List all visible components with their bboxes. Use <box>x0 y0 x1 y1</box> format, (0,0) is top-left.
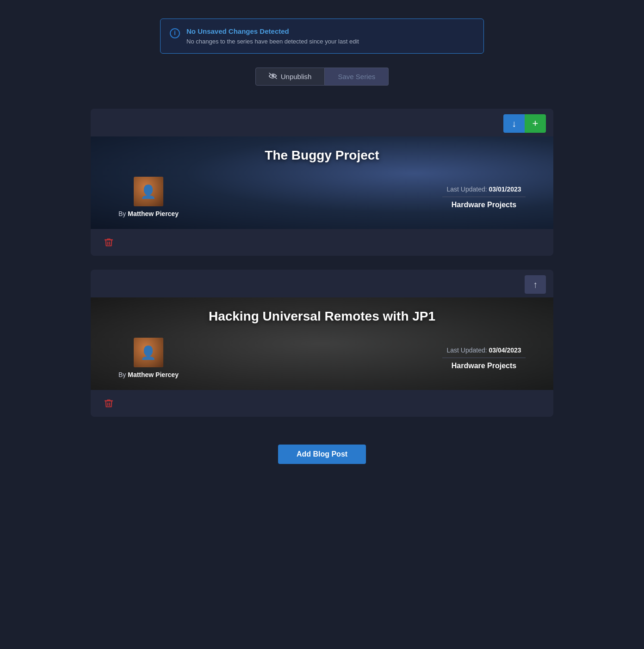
arrow-up-icon <box>533 279 538 290</box>
move-up-button-2[interactable] <box>525 275 546 294</box>
author-name-2: By Matthew Piercey <box>118 371 179 378</box>
unpublish-label: Unpublish <box>281 73 312 80</box>
author-section-1: By Matthew Piercey <box>118 177 179 217</box>
trash-icon-2 <box>104 398 114 408</box>
project-card-2: Hacking Universal Remotes with JP1 By Ma… <box>91 270 553 417</box>
plus-icon <box>533 117 539 130</box>
divider-1 <box>442 197 526 197</box>
author-name-1: By Matthew Piercey <box>118 210 179 217</box>
card-image-content-1: The Buggy Project By Matthew Piercey Las… <box>91 136 553 229</box>
add-post-button-1[interactable] <box>525 114 546 133</box>
delete-button-1[interactable] <box>100 235 118 249</box>
card-image-2: Hacking Universal Remotes with JP1 By Ma… <box>91 297 553 390</box>
trash-icon-1 <box>104 237 114 247</box>
category-tag-1: Hardware Projects <box>442 201 526 209</box>
card-meta-2: By Matthew Piercey Last Updated: 03/04/2… <box>100 338 544 378</box>
alert-box: No Unsaved Changes Detected No changes t… <box>160 19 484 54</box>
last-updated-2: Last Updated: 03/04/2023 <box>442 346 526 354</box>
arrow-down-icon <box>512 118 516 129</box>
last-updated-1: Last Updated: 03/01/2023 <box>442 185 526 193</box>
card-title-2: Hacking Universal Remotes with JP1 <box>209 309 435 324</box>
delete-row-2 <box>91 390 553 417</box>
divider-2 <box>442 358 526 358</box>
page-container: No Unsaved Changes Detected No changes t… <box>79 19 565 464</box>
add-blog-post-button[interactable]: Add Blog Post <box>278 445 366 464</box>
alert-description: No changes to the series have been detec… <box>186 38 359 45</box>
card-meta-1: By Matthew Piercey Last Updated: 03/01/2… <box>100 177 544 217</box>
card-controls-2 <box>91 270 553 297</box>
save-series-button[interactable]: Save Series <box>325 68 389 86</box>
eye-slash-icon <box>269 73 277 80</box>
card-image-content-2: Hacking Universal Remotes with JP1 By Ma… <box>91 297 553 390</box>
project-card-1: The Buggy Project By Matthew Piercey Las… <box>91 109 553 256</box>
avatar-1 <box>134 177 163 206</box>
save-series-label: Save Series <box>338 73 375 80</box>
unpublish-button[interactable]: Unpublish <box>255 68 325 86</box>
alert-title: No Unsaved Changes Detected <box>186 27 359 35</box>
card-title-1: The Buggy Project <box>265 148 379 163</box>
action-buttons: Unpublish Save Series <box>255 68 389 86</box>
move-down-button-1[interactable] <box>503 114 525 133</box>
info-section-2: Last Updated: 03/04/2023 Hardware Projec… <box>442 346 526 370</box>
avatar-2 <box>134 338 163 367</box>
card-image-1: The Buggy Project By Matthew Piercey Las… <box>91 136 553 229</box>
alert-icon <box>170 28 180 41</box>
info-section-1: Last Updated: 03/01/2023 Hardware Projec… <box>442 185 526 209</box>
card-controls-1 <box>91 109 553 136</box>
svg-point-2 <box>174 31 175 31</box>
delete-button-2[interactable] <box>100 396 118 410</box>
delete-row-1 <box>91 229 553 256</box>
author-section-2: By Matthew Piercey <box>118 338 179 378</box>
alert-content: No Unsaved Changes Detected No changes t… <box>186 27 359 45</box>
category-tag-2: Hardware Projects <box>442 362 526 370</box>
